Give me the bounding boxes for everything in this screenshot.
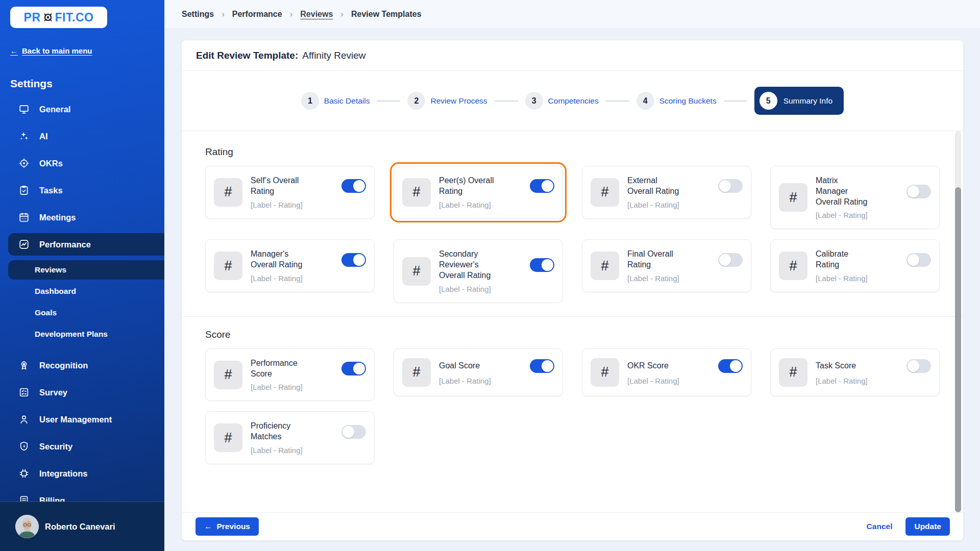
sidebar-item-meetings[interactable]: Meetings [8, 206, 164, 229]
update-button[interactable]: Update [905, 517, 950, 536]
hash-icon: # [591, 252, 619, 280]
card-performance-score: #Performance Score[Label - Rating] [205, 348, 375, 402]
sidebar-subitem-goals[interactable]: Goals [8, 303, 164, 322]
breadcrumb: Settings›Performance›Reviews›Review Temp… [164, 0, 980, 29]
matrix-manager-overall-rating-toggle[interactable] [906, 185, 931, 198]
manager-s-overall-rating-toggle[interactable] [341, 253, 366, 267]
sidebar-user[interactable]: Roberto Canevari [0, 502, 164, 551]
sidebar-item-recognition[interactable]: Recognition [8, 354, 164, 377]
card-secondary-reviewer-s-overall-rating: #Secondary Reviewer's Overall Rating[Lab… [394, 239, 563, 303]
logo-text-left: PR [24, 11, 41, 24]
sparkles-icon [18, 131, 30, 142]
sidebar-item-performance[interactable]: Performance [8, 233, 164, 256]
breadcrumb-item-performance[interactable]: Performance [232, 10, 282, 19]
toggle-knob [542, 180, 553, 192]
sidebar-item-okrs[interactable]: OKRs [8, 152, 164, 174]
peer-s-overall-rating-toggle[interactable] [530, 179, 554, 193]
card-title-row: Proficiency Matches [251, 421, 366, 442]
card-task-score: #Task Score[Label - Rating] [770, 348, 940, 396]
secondary-reviewer-s-overall-rating-toggle[interactable] [530, 258, 554, 272]
card-sublabel: [Label - Rating] [439, 201, 554, 209]
card-title: Peer(s) Overall Rating [439, 176, 495, 197]
card-calibrate-rating: #Calibrate Rating[Label - Rating] [770, 239, 940, 292]
app-root: PR FIT.CO ← Back to main menu Settings G… [0, 0, 980, 551]
sidebar-subitem-dashboard[interactable]: Dashboard [8, 282, 164, 301]
breadcrumb-separator: › [290, 9, 293, 19]
card-body: OKR Score[Label - Rating] [627, 359, 743, 385]
card-sublabel: [Label - Rating] [251, 201, 366, 209]
section-label-score: Score [205, 329, 943, 340]
previous-button-label: Previous [217, 522, 250, 531]
step-number: 3 [525, 92, 543, 110]
final-overall-rating-toggle[interactable] [718, 253, 743, 267]
sidebar-item-survey[interactable]: Survey [8, 381, 164, 404]
page-title: Edit Review Template: Affinity Review [182, 40, 963, 71]
okr-score-toggle[interactable] [718, 359, 743, 373]
content-scrollbar-thumb[interactable] [955, 187, 961, 512]
stepper-step-review-process[interactable]: 2Review Process [407, 92, 487, 110]
user-name: Roberto Canevari [45, 522, 115, 532]
sidebar-item-user-management[interactable]: User Management [8, 408, 164, 431]
sidebar-item-general[interactable]: General [8, 98, 164, 120]
goal-score-toggle[interactable] [530, 359, 554, 373]
sidebar-item-integrations[interactable]: Integrations [8, 462, 164, 485]
card-title-row: Peer(s) Overall Rating [439, 176, 554, 197]
cancel-button[interactable]: Cancel [867, 522, 893, 531]
checklist-icon [18, 387, 30, 398]
sidebar-nav: GeneralAIOKRsTasksMeetingsPerformanceRev… [0, 98, 164, 512]
step-label: Scoring Buckets [659, 96, 717, 106]
breadcrumb-item-settings[interactable]: Settings [182, 10, 214, 19]
card-title: Goal Score [439, 361, 495, 371]
back-to-main-menu-link[interactable]: ← Back to main menu [10, 46, 164, 55]
hash-icon: # [779, 252, 807, 280]
sidebar-subitem-reviews[interactable]: Reviews [8, 260, 164, 280]
sidebar-item-label: OKRs [39, 159, 63, 168]
card-sublabel: [Label - Rating] [251, 274, 366, 283]
breadcrumb-item-reviews[interactable]: Reviews [300, 10, 333, 19]
user-avatar [15, 515, 39, 538]
card-body: External Overall Rating[Label - Rating] [627, 176, 743, 209]
stepper-connector [606, 101, 629, 102]
previous-button[interactable]: ← Previous [195, 517, 259, 536]
external-overall-rating-toggle[interactable] [718, 179, 743, 193]
breadcrumb-item-review-templates[interactable]: Review Templates [351, 10, 422, 19]
card-body: Matrix Manager Overall Rating[Label - Ra… [816, 176, 931, 219]
performance-chart-icon [18, 239, 30, 250]
sidebar-item-label: Integrations [39, 469, 87, 479]
settings-heading: Settings [10, 78, 164, 90]
toggle-knob [719, 180, 731, 192]
card-sublabel: [Label - Rating] [627, 201, 743, 209]
stepper-step-summary-info[interactable]: 5Summary Info [754, 87, 844, 115]
sidebar-item-ai[interactable]: AI [8, 125, 164, 147]
toggle-knob [353, 180, 365, 192]
stepper-connector [377, 101, 400, 102]
card-title: Manager's Overall Rating [251, 249, 307, 270]
hash-icon: # [779, 183, 807, 212]
self-s-overall-rating-toggle[interactable] [341, 179, 366, 193]
stepper-step-basic-details[interactable]: 1Basic Details [301, 92, 370, 110]
calendar-icon [18, 212, 30, 223]
sidebar-item-security[interactable]: Security [8, 435, 164, 458]
sidebar-subitem-development-plans[interactable]: Development Plans [8, 324, 164, 344]
card-sublabel: [Label - Rating] [816, 274, 931, 283]
task-score-toggle[interactable] [906, 359, 931, 373]
card-body: Performance Score[Label - Rating] [251, 358, 366, 392]
calibrate-rating-toggle[interactable] [906, 253, 931, 267]
section-label-rating: Rating [205, 146, 943, 158]
card-body: Peer(s) Overall Rating[Label - Rating] [439, 176, 554, 209]
performance-score-toggle[interactable] [341, 362, 366, 375]
proficiency-matches-toggle[interactable] [341, 425, 366, 439]
target-logo-icon [42, 11, 54, 23]
profitco-logo[interactable]: PR FIT.CO [10, 7, 107, 28]
cards-grid-score: #Performance Score[Label - Rating]#Goal … [205, 348, 943, 464]
stepper-step-competencies[interactable]: 3Competencies [525, 92, 599, 110]
sidebar-item-tasks[interactable]: Tasks [8, 179, 164, 202]
card-okr-score: #OKR Score[Label - Rating] [582, 348, 751, 396]
monitor-icon [18, 104, 30, 115]
hash-icon: # [402, 358, 431, 387]
card-sublabel: [Label - Rating] [251, 383, 366, 391]
toggle-knob [342, 426, 354, 438]
stepper-step-scoring-buckets[interactable]: 4Scoring Buckets [636, 92, 717, 110]
step-label: Competencies [548, 96, 599, 106]
breadcrumb-separator: › [340, 9, 344, 19]
